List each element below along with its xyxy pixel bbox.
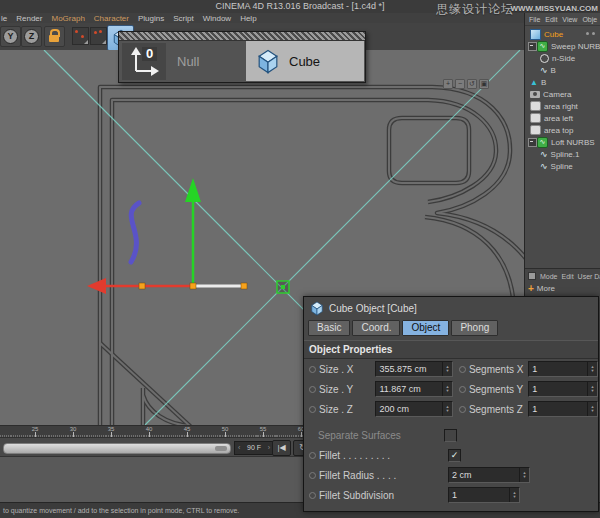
tab-coord[interactable]: Coord. (352, 320, 400, 336)
y-axis-arrowhead[interactable] (185, 178, 201, 202)
tree-item-sweep-nurbs[interactable]: ∿Sweep NURBS (525, 40, 600, 52)
viewport-rotate-icon[interactable]: ↺ (467, 79, 477, 89)
tree-item-spline-1[interactable]: ∿Spline.1 (525, 148, 600, 160)
expander-icon[interactable] (528, 42, 537, 51)
tab-phong[interactable]: Phong (451, 320, 498, 336)
segments-x-input[interactable]: 1▲▼ (528, 361, 598, 377)
anim-dot[interactable] (459, 386, 466, 393)
go-to-start-button[interactable]: |◀ (272, 440, 291, 456)
dialog-title: Cube Object [Cube] (329, 303, 417, 314)
attr-menu-mode[interactable]: Mode (540, 273, 558, 280)
fillet-subdivision-input[interactable]: 1▲▼ (448, 487, 520, 503)
separate-surfaces-checkbox[interactable] (444, 429, 457, 442)
tree-item-b[interactable]: ∿B (525, 64, 600, 76)
segments-z-input[interactable]: 1▲▼ (528, 401, 598, 417)
viewport-pan-icon[interactable]: + (443, 79, 453, 89)
fillet-radius-row: Fillet Radius . . . . 2 cm▲▼ (304, 465, 598, 485)
tree-item-label: n-Side (552, 54, 575, 63)
tree-item-area-top[interactable]: area top (525, 124, 600, 136)
stepper-icon[interactable]: ▲▼ (442, 402, 452, 416)
menu-item-character[interactable]: Character (94, 14, 129, 23)
attr-menu-user-data[interactable]: User Data (578, 273, 600, 280)
menu-item-mograph[interactable]: MoGraph (51, 14, 84, 23)
popup-item-null[interactable]: 0 Null (119, 41, 246, 81)
menu-item-plugins[interactable]: Plugins (138, 14, 164, 23)
attribute-more-row[interactable]: + More (525, 282, 600, 296)
axis-letter: Z (24, 29, 39, 44)
stepper-icon[interactable]: ▲▼ (587, 362, 597, 376)
fillet-subdivision-label: Fillet Subdivision (319, 490, 448, 501)
tab-object[interactable]: Object (402, 320, 449, 336)
viewport-zoom-icon[interactable]: − (455, 79, 465, 89)
visibility-dots-icon[interactable] (586, 32, 595, 35)
size-z-input[interactable]: 200 cm▲▼ (375, 401, 453, 417)
spline-icon: ∿ (540, 162, 548, 171)
menu-item-window[interactable]: Window (203, 14, 231, 23)
anim-dot[interactable] (309, 492, 316, 499)
om-menu-edit[interactable]: Edit (545, 16, 557, 23)
tree-item-label: area right (544, 102, 578, 111)
gizmo-handle-dot[interactable] (241, 283, 247, 289)
stepper-icon[interactable]: ▲▼ (587, 402, 597, 416)
om-menu-view[interactable]: View (562, 16, 577, 23)
axis-center-handle[interactable] (277, 281, 289, 293)
lock-button[interactable] (44, 26, 65, 47)
fillet-checkbox[interactable]: ✓ (448, 449, 461, 462)
frame-decrement-icon[interactable]: ‹ (238, 442, 240, 454)
stepper-icon[interactable]: ▲▼ (442, 362, 452, 376)
anim-dot[interactable] (459, 366, 466, 373)
anim-dot[interactable] (309, 472, 316, 479)
anim-dot[interactable] (459, 406, 466, 413)
stepper-icon[interactable]: ▲▼ (519, 468, 529, 482)
anim-dot[interactable] (309, 366, 316, 373)
expander-icon[interactable] (528, 138, 537, 147)
attr-menu-edit[interactable]: Edit (562, 273, 574, 280)
fillet-radius-input[interactable]: 2 cm▲▼ (448, 467, 530, 483)
menu-item-le[interactable]: le (1, 14, 7, 23)
viewport-toggle-icon[interactable]: ▣ (479, 79, 489, 89)
snap-tool-icon[interactable] (72, 27, 89, 45)
add-object-popup: 0 Null Cube (118, 31, 366, 83)
tree-item-area-left[interactable]: area left (525, 112, 600, 124)
axis-lock-y[interactable]: Y (0, 26, 21, 47)
tree-item-spline[interactable]: ∿Spline (525, 160, 600, 172)
cube-object-dialog: Cube Object [Cube] Basic Coord. Object P… (303, 296, 599, 512)
menu-item-help[interactable]: Help (240, 14, 256, 23)
menu-item-script[interactable]: Script (173, 14, 193, 23)
ruler-tick-label: 55 (260, 426, 267, 432)
anim-dot[interactable] (309, 386, 316, 393)
stepper-icon[interactable]: ▲▼ (442, 382, 452, 396)
popup-item-cube[interactable]: Cube (246, 41, 364, 81)
om-menu-file[interactable]: File (529, 16, 540, 23)
x-axis-arrowhead[interactable] (87, 278, 106, 294)
om-menu-obje[interactable]: Obje (582, 16, 597, 23)
size-x-input[interactable]: 355.875 cm▲▼ (375, 361, 453, 377)
timeline-slider[interactable] (3, 443, 231, 454)
tree-item-label: Cube (544, 30, 563, 39)
size-y-input[interactable]: 11.867 cm▲▼ (375, 381, 453, 397)
tree-item-n-side[interactable]: n-Side (525, 52, 600, 64)
gizmo-handle-dot[interactable] (139, 283, 145, 289)
segments-y-input[interactable]: 1▲▼ (528, 381, 598, 397)
tree-item-b[interactable]: ▲B (525, 76, 600, 88)
stepper-icon[interactable]: ▲▼ (509, 488, 519, 502)
segments-z-label: Segments Z (469, 404, 528, 415)
tree-item-camera[interactable]: Camera (525, 88, 600, 100)
spline-curve[interactable] (131, 203, 139, 262)
axis-lock-z[interactable]: Z (21, 26, 42, 47)
mode-icon[interactable] (528, 272, 536, 280)
tab-basic[interactable]: Basic (308, 320, 350, 336)
modeling-tool-icon[interactable] (90, 27, 107, 45)
tree-item-cube[interactable]: Cube (525, 28, 600, 40)
frame-increment-icon[interactable]: › (268, 442, 270, 454)
gizmo-handle-dot[interactable] (190, 283, 196, 289)
tree-item-area-right[interactable]: area right (525, 100, 600, 112)
light-icon (530, 125, 541, 135)
stepper-icon[interactable]: ▲▼ (587, 382, 597, 396)
tree-item-loft-nurbs[interactable]: ∿Loft NURBS (525, 136, 600, 148)
frame-counter[interactable]: ‹ 90 F › (234, 441, 274, 455)
menu-item-render[interactable]: Render (16, 14, 42, 23)
anim-dot[interactable] (309, 452, 316, 459)
popup-drag-handle[interactable] (119, 32, 365, 41)
anim-dot[interactable] (309, 406, 316, 413)
